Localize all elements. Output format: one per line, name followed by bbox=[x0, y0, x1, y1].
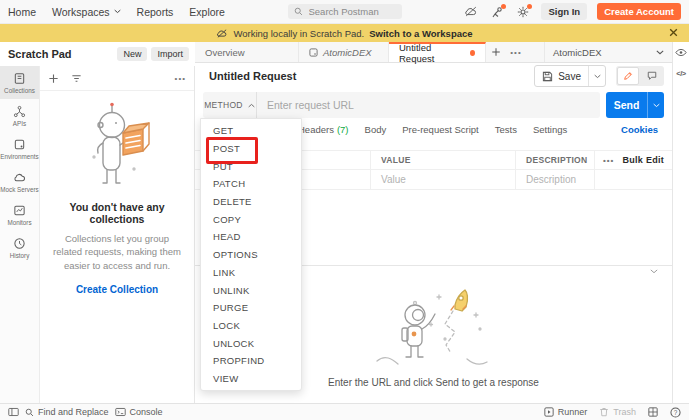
tab-settings[interactable]: Settings bbox=[533, 124, 567, 135]
cookies-link[interactable]: Cookies bbox=[621, 124, 658, 135]
save-options-chevron[interactable] bbox=[588, 66, 605, 86]
sidebar-item-history[interactable]: History bbox=[0, 231, 39, 264]
method-option-unlock[interactable]: UNLOCK bbox=[201, 334, 301, 352]
nav-workspaces[interactable]: Workspaces bbox=[52, 6, 121, 18]
method-option-lock[interactable]: LOCK bbox=[201, 317, 301, 335]
nav-explore[interactable]: Explore bbox=[189, 6, 225, 18]
collections-empty-illustration bbox=[65, 99, 170, 195]
nav-reports[interactable]: Reports bbox=[137, 6, 174, 18]
tab-overview[interactable]: Overview bbox=[195, 42, 299, 62]
params-options-icon[interactable]: ••• bbox=[603, 156, 614, 165]
collections-toolbar: ••• bbox=[40, 66, 194, 91]
method-option-get[interactable]: GET bbox=[201, 122, 301, 140]
empty-collections-title: You don't have any collections bbox=[48, 201, 186, 225]
edit-documentation-icon[interactable] bbox=[617, 67, 639, 85]
method-option-unlink[interactable]: UNLINK bbox=[201, 281, 301, 299]
offline-cloud-icon[interactable] bbox=[463, 4, 479, 20]
method-option-view[interactable]: VIEW bbox=[201, 370, 301, 388]
send-options-chevron[interactable] bbox=[647, 92, 664, 118]
environment-quick-look-icon[interactable] bbox=[675, 48, 687, 57]
method-option-patch[interactable]: PATCH bbox=[201, 175, 301, 193]
method-option-post[interactable]: POST bbox=[201, 140, 301, 158]
collections-panel: ••• You don't have any collections Colle… bbox=[40, 66, 195, 403]
import-button[interactable]: Import bbox=[151, 47, 189, 61]
method-option-purge[interactable]: PURGE bbox=[201, 299, 301, 317]
tab-atomicdex[interactable]: AtomicDEX bbox=[299, 42, 389, 62]
sidebar-item-mock-servers[interactable]: Mock Servers bbox=[0, 165, 39, 198]
environment-name: AtomicDEX bbox=[553, 47, 602, 58]
filter-icon[interactable] bbox=[71, 73, 82, 84]
url-input[interactable] bbox=[257, 92, 600, 118]
two-pane-view-icon[interactable] bbox=[648, 407, 658, 417]
tab-untitled-request[interactable]: Untitled Request bbox=[389, 42, 486, 62]
method-option-put[interactable]: PUT bbox=[201, 157, 301, 175]
api-icon bbox=[309, 48, 318, 57]
description-cell[interactable]: Description bbox=[515, 170, 594, 189]
create-collection-link[interactable]: Create Collection bbox=[76, 284, 158, 295]
tab-pre-request-script[interactable]: Pre-request Script bbox=[402, 124, 479, 135]
documentation-comments-toggle bbox=[616, 66, 664, 86]
sidebar-item-monitors[interactable]: Monitors bbox=[0, 198, 39, 231]
notification-dot bbox=[501, 4, 506, 9]
comments-icon[interactable] bbox=[641, 67, 663, 85]
switch-to-workspace-link[interactable]: Switch to a Workspace bbox=[369, 28, 472, 39]
offline-cloud-icon bbox=[216, 29, 228, 38]
method-option-copy[interactable]: COPY bbox=[201, 210, 301, 228]
runner-icon bbox=[544, 407, 554, 417]
method-option-link[interactable]: LINK bbox=[201, 264, 301, 282]
toggle-sidebar-icon[interactable] bbox=[8, 407, 19, 417]
find-and-replace-button[interactable]: Find and Replace bbox=[25, 407, 109, 417]
right-sidebar-rail: </> bbox=[672, 42, 689, 403]
environments-icon bbox=[13, 138, 26, 151]
sign-in-button[interactable]: Sign In bbox=[541, 3, 587, 20]
more-options-icon[interactable]: ••• bbox=[175, 74, 186, 83]
bulk-edit-button[interactable]: Bulk Edit bbox=[622, 155, 664, 165]
description-header: DESCRIPTION bbox=[515, 151, 594, 169]
method-option-delete[interactable]: DELETE bbox=[201, 193, 301, 211]
sidebar-item-apis[interactable]: APIs bbox=[0, 99, 39, 132]
request-tab-strip: Overview AtomicDEX Untitled Request ••• … bbox=[195, 42, 672, 63]
tab-options-icon[interactable]: ••• bbox=[506, 42, 526, 62]
method-selector[interactable]: METHOD bbox=[203, 92, 257, 118]
trash-button[interactable]: Trash bbox=[599, 407, 636, 417]
history-icon bbox=[13, 237, 26, 250]
environment-selector[interactable]: AtomicDEX bbox=[544, 42, 672, 62]
code-snippet-icon[interactable]: </> bbox=[676, 69, 685, 78]
sidebar-item-environments[interactable]: Environments bbox=[0, 132, 39, 165]
collections-icon bbox=[13, 72, 26, 85]
status-bar: Find and Replace Console Runner Trash ? bbox=[0, 403, 689, 420]
monitors-icon bbox=[13, 204, 26, 217]
capture-requests-icon[interactable] bbox=[489, 4, 505, 20]
method-option-options[interactable]: OPTIONS bbox=[201, 246, 301, 264]
search-icon bbox=[294, 7, 303, 16]
request-url-row: METHOD Send bbox=[203, 92, 664, 118]
tab-tests[interactable]: Tests bbox=[495, 124, 517, 135]
settings-gear-icon[interactable] bbox=[515, 4, 531, 20]
console-button[interactable]: Console bbox=[115, 407, 163, 417]
new-button[interactable]: New bbox=[117, 47, 147, 61]
send-button[interactable]: Send bbox=[606, 92, 664, 118]
banner-message: Working locally in Scratch Pad. bbox=[233, 28, 364, 39]
help-icon[interactable]: ? bbox=[670, 407, 681, 418]
main-content: Overview AtomicDEX Untitled Request ••• … bbox=[195, 42, 672, 403]
nav-home[interactable]: Home bbox=[8, 6, 36, 18]
tab-body[interactable]: Body bbox=[365, 124, 387, 135]
add-collection-icon[interactable] bbox=[48, 73, 59, 84]
request-config-tabs: Headers(7) Body Pre-request Script Tests… bbox=[298, 118, 664, 140]
banner-close-icon[interactable] bbox=[668, 27, 679, 38]
method-option-propfind[interactable]: PROPFIND bbox=[201, 352, 301, 370]
save-button[interactable]: Save bbox=[534, 65, 606, 87]
sidebar-item-collections[interactable]: Collections bbox=[0, 66, 39, 99]
top-nav-bar: Home Workspaces Reports Explore Sign In bbox=[0, 0, 689, 24]
search-input[interactable] bbox=[307, 5, 391, 18]
trash-icon bbox=[599, 407, 609, 417]
runner-button[interactable]: Runner bbox=[544, 407, 588, 417]
tab-headers[interactable]: Headers(7) bbox=[298, 124, 349, 135]
new-tab-icon[interactable] bbox=[486, 42, 506, 62]
create-account-button[interactable]: Create Account bbox=[597, 3, 681, 20]
value-cell[interactable]: Value bbox=[370, 170, 515, 189]
chevron-up-icon bbox=[248, 103, 255, 108]
method-dropdown: GET POST PUT PATCH DELETE COPY HEAD OPTI… bbox=[200, 118, 302, 391]
global-search[interactable] bbox=[288, 4, 402, 19]
method-option-head[interactable]: HEAD bbox=[201, 228, 301, 246]
